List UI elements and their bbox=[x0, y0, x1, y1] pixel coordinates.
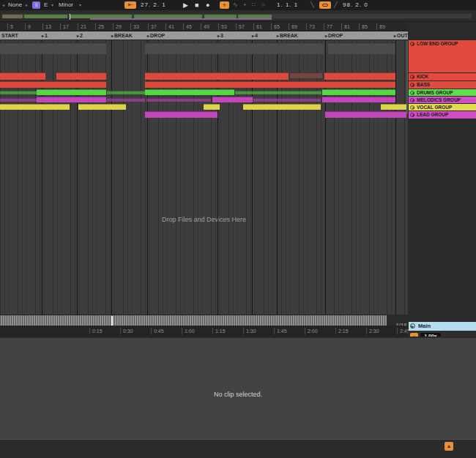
locator-drop[interactable]: ▸DROP bbox=[325, 31, 343, 40]
track-header-vocal-group[interactable]: VOCAL GROUP bbox=[409, 104, 476, 110]
arrangement-position-display[interactable]: 27. 2. 1 bbox=[141, 0, 166, 10]
time-ruler-label: 2:00 bbox=[305, 328, 318, 334]
clip[interactable] bbox=[381, 104, 406, 110]
stop-button[interactable]: ■ bbox=[195, 0, 198, 10]
clip[interactable] bbox=[0, 81, 106, 88]
clip[interactable] bbox=[290, 72, 322, 78]
overdub-button[interactable]: + bbox=[220, 1, 229, 9]
track-header-drums-group[interactable]: DRUMS GROUP bbox=[409, 89, 476, 96]
capture-midi-button[interactable]: ∷ bbox=[252, 0, 256, 10]
locator-break[interactable]: ▸BREAK bbox=[277, 31, 298, 40]
time-ruler-label: 1:30 bbox=[243, 328, 256, 334]
clip[interactable] bbox=[204, 104, 220, 110]
main-track-header[interactable]: ▶ Main bbox=[409, 322, 476, 331]
vertical-scrollbar[interactable] bbox=[406, 41, 408, 114]
clip[interactable] bbox=[0, 72, 45, 80]
arrangement-grid[interactable]: Drop Files and Devices Here bbox=[0, 40, 408, 315]
locator-start[interactable]: START bbox=[1, 31, 18, 40]
automation-arm-button[interactable]: ∿ bbox=[233, 0, 238, 10]
track-fold-icon[interactable] bbox=[410, 113, 414, 117]
time-ruler-label: 2:15 bbox=[335, 328, 349, 334]
arrangement-overview[interactable] bbox=[0, 10, 476, 22]
record-button[interactable]: ● bbox=[206, 0, 209, 10]
groove-chooser[interactable]: None bbox=[8, 0, 22, 10]
track-fold-icon[interactable] bbox=[410, 98, 414, 102]
scrub-locator-bar[interactable]: START▸1▸2▸BREAK▸DROP▸3▸4▸BREAK▸DROP▸OUT bbox=[0, 31, 408, 40]
locator-1[interactable]: ▸1 bbox=[42, 31, 48, 40]
locator-3[interactable]: ▸3 bbox=[217, 31, 223, 40]
punch-in-button[interactable]: ╲ bbox=[310, 0, 314, 10]
time-ruler-label: 0:30 bbox=[120, 328, 133, 334]
clip[interactable] bbox=[322, 97, 395, 102]
groove-next-icon[interactable]: ▸ bbox=[26, 0, 28, 10]
computer-midi-keyboard-button[interactable]: ▲ bbox=[445, 442, 453, 451]
beat-ruler-label: 77 bbox=[324, 23, 332, 30]
clip[interactable] bbox=[145, 111, 217, 118]
track-fold-icon[interactable] bbox=[410, 91, 414, 95]
track-fold-icon[interactable] bbox=[410, 83, 414, 87]
track-header-bass[interactable]: BASS bbox=[409, 81, 476, 89]
track-fold-icon[interactable] bbox=[410, 75, 414, 79]
clip[interactable] bbox=[324, 72, 395, 80]
control-bar: ◂ None ▸ ⠿ E ▾ Minor ▾ ⇤ 27. 2. 1 ▶ ■ ● … bbox=[0, 0, 476, 10]
play-button[interactable]: ▶ bbox=[183, 0, 188, 10]
track-name: KICK bbox=[417, 74, 428, 79]
track-fold-icon[interactable] bbox=[410, 42, 414, 46]
clip[interactable] bbox=[78, 104, 126, 110]
beat-ruler-label: 61 bbox=[253, 23, 262, 30]
time-ruler[interactable]: 0:150:300:451:001:151:301:452:002:152:30… bbox=[0, 326, 408, 336]
clip[interactable] bbox=[0, 104, 70, 110]
clip[interactable] bbox=[235, 91, 321, 94]
track-header-melodics-group[interactable]: MELODICS GROUP bbox=[409, 97, 476, 103]
clip[interactable] bbox=[0, 42, 106, 54]
scale-name-arrow-icon: ▾ bbox=[79, 0, 81, 10]
locator-out[interactable]: ▸OUT bbox=[394, 31, 408, 40]
clip[interactable] bbox=[328, 42, 395, 54]
zoom-scroll-strip[interactable] bbox=[0, 315, 387, 326]
locator-2[interactable]: ▸2 bbox=[77, 31, 83, 40]
main-play-icon: ▶ bbox=[410, 323, 415, 329]
punch-out-button[interactable]: ╱ bbox=[334, 0, 338, 10]
track-header-kick[interactable]: KICK bbox=[409, 73, 476, 80]
loop-button[interactable] bbox=[319, 1, 331, 9]
track-fold-icon[interactable] bbox=[410, 105, 414, 110]
clip[interactable] bbox=[243, 104, 321, 110]
clip[interactable] bbox=[212, 97, 253, 102]
locator-flag-icon: ▸ bbox=[277, 34, 279, 38]
main-track-label: Main bbox=[418, 323, 431, 329]
track-header-low-end-group[interactable]: LOW END GROUP bbox=[409, 40, 476, 72]
clip[interactable] bbox=[322, 89, 395, 95]
clip[interactable] bbox=[146, 98, 211, 102]
clip-detail-panel: No clip selected. bbox=[0, 337, 476, 439]
overview-playhead bbox=[70, 14, 70, 20]
locator-drop[interactable]: ▸DROP bbox=[147, 31, 165, 40]
scale-root-chooser[interactable]: E bbox=[44, 0, 48, 10]
loop-length-display[interactable]: 98. 2. 0 bbox=[343, 0, 368, 10]
scale-mode-button[interactable]: ⠿ bbox=[32, 1, 40, 9]
clip[interactable] bbox=[145, 81, 395, 88]
scale-name-chooser[interactable]: Minor bbox=[59, 0, 73, 10]
clip[interactable] bbox=[145, 89, 234, 95]
groove-prev-icon[interactable]: ◂ bbox=[2, 0, 4, 10]
locator-4[interactable]: ▸4 bbox=[252, 31, 258, 40]
locator-break[interactable]: ▸BREAK bbox=[111, 31, 133, 40]
beat-ruler-label: 29 bbox=[113, 23, 122, 30]
clip[interactable] bbox=[145, 42, 324, 54]
clip[interactable] bbox=[325, 111, 406, 118]
reenable-automation-button[interactable]: + bbox=[243, 0, 247, 10]
clip[interactable] bbox=[107, 98, 145, 102]
clip[interactable] bbox=[0, 91, 37, 94]
loop-start-display[interactable]: 1. 1. 1 bbox=[277, 0, 298, 10]
follow-button[interactable]: ⇤ bbox=[124, 1, 136, 9]
clip[interactable] bbox=[56, 72, 106, 80]
clip[interactable] bbox=[37, 89, 106, 95]
clip[interactable] bbox=[37, 97, 106, 102]
clip[interactable] bbox=[145, 72, 289, 80]
track-header-lead-group[interactable]: LEAD GROUP bbox=[409, 111, 476, 119]
session-record-button[interactable]: ○ bbox=[261, 0, 265, 10]
clip[interactable] bbox=[107, 91, 145, 94]
clip[interactable] bbox=[0, 98, 37, 102]
clip[interactable] bbox=[253, 98, 321, 102]
beat-time-ruler[interactable]: 5913172125293337414549535761656973778185… bbox=[0, 22, 408, 31]
overview-band[interactable] bbox=[1, 13, 472, 19]
